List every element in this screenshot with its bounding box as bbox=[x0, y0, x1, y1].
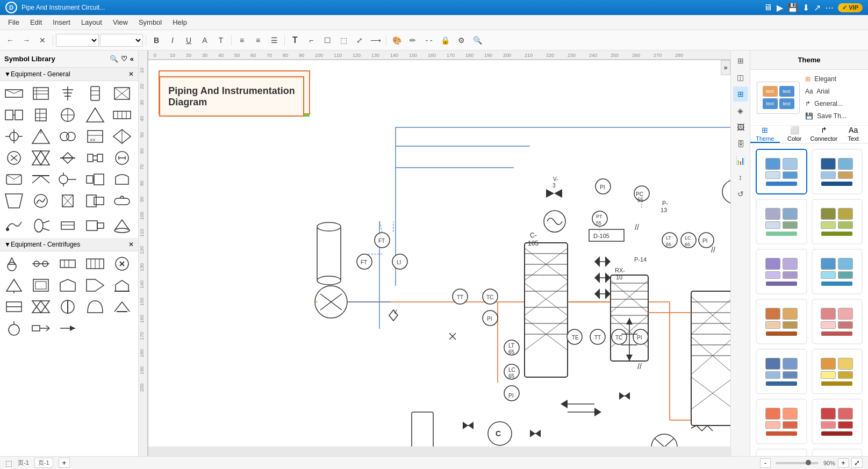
pages-btn[interactable]: ⊞ bbox=[733, 53, 748, 68]
sym-4[interactable] bbox=[83, 83, 107, 104]
sym-c2[interactable] bbox=[29, 254, 53, 274]
sym-15[interactable] bbox=[110, 126, 134, 147]
sym-24[interactable] bbox=[83, 169, 107, 190]
tab-theme[interactable]: ⊞ Theme bbox=[750, 126, 780, 143]
shape-props-btn[interactable]: ⚙ bbox=[454, 33, 469, 48]
redo-btn[interactable]: → bbox=[19, 33, 34, 48]
theme-card-9[interactable] bbox=[756, 349, 807, 394]
text-btn[interactable]: T bbox=[288, 33, 303, 48]
data-btn[interactable]: 🗄 bbox=[733, 136, 748, 151]
image-btn[interactable]: 🖼 bbox=[733, 120, 748, 135]
font-select[interactable] bbox=[56, 34, 99, 47]
media-btn[interactable]: ▶ bbox=[777, 3, 783, 13]
sym-7[interactable] bbox=[29, 105, 53, 125]
sym-27[interactable] bbox=[29, 191, 53, 211]
theme-elegant[interactable]: ⊞ Elegant bbox=[805, 74, 847, 84]
page-nav-btn[interactable]: 页-1 bbox=[34, 458, 53, 468]
history-btn[interactable]: ↺ bbox=[733, 186, 748, 201]
category-toggle-2[interactable]: ▼ bbox=[4, 241, 11, 248]
sym-14[interactable]: XX bbox=[83, 126, 107, 147]
sym-1[interactable] bbox=[2, 83, 26, 104]
zoom-in-btn[interactable]: + bbox=[838, 458, 849, 468]
sym-m4[interactable] bbox=[83, 215, 107, 236]
search-toolbar-btn[interactable]: 🔍 bbox=[470, 33, 485, 48]
menu-view[interactable]: View bbox=[107, 16, 133, 28]
theme-card-11[interactable] bbox=[756, 399, 807, 444]
sym-c4[interactable] bbox=[83, 254, 107, 274]
sym-m1[interactable] bbox=[2, 215, 26, 236]
sym-28[interactable] bbox=[56, 191, 80, 211]
sym-26[interactable] bbox=[2, 191, 26, 211]
sym-c15[interactable] bbox=[110, 297, 134, 317]
sym-m5[interactable] bbox=[110, 215, 134, 236]
tab-color[interactable]: ⬜ Color bbox=[780, 126, 809, 143]
italic-btn[interactable]: I bbox=[165, 33, 180, 48]
theme-card-8[interactable] bbox=[812, 299, 863, 344]
vip-badge[interactable]: ✓ VIP bbox=[838, 3, 863, 12]
font-color-btn[interactable]: A bbox=[197, 33, 212, 48]
sym-21[interactable] bbox=[2, 169, 26, 190]
theme-panel-btn[interactable]: ⊞ bbox=[733, 86, 748, 102]
sym-6[interactable] bbox=[2, 105, 26, 125]
theme-card-7[interactable] bbox=[756, 299, 807, 344]
sym-c3[interactable] bbox=[56, 254, 80, 274]
sym-12[interactable] bbox=[29, 126, 53, 147]
save-cloud-btn[interactable]: 💾 bbox=[787, 3, 798, 13]
sym-10[interactable] bbox=[110, 105, 134, 125]
sym-8[interactable] bbox=[56, 105, 80, 125]
fit-page-btn[interactable]: ⤢ bbox=[851, 458, 863, 468]
sym-c7[interactable] bbox=[29, 275, 53, 295]
sym-c14[interactable] bbox=[83, 297, 107, 317]
theme-card-4[interactable] bbox=[812, 199, 863, 244]
theme-card-5[interactable] bbox=[756, 249, 807, 294]
sym-2[interactable] bbox=[29, 83, 53, 104]
lock-btn[interactable]: 🔒 bbox=[437, 33, 453, 48]
theme-general[interactable]: ↱ General... bbox=[805, 99, 847, 109]
fill-btn[interactable]: 🎨 bbox=[389, 33, 404, 48]
align-left-btn[interactable]: ≡ bbox=[234, 33, 249, 48]
sym-20[interactable] bbox=[110, 148, 134, 168]
theme-card-12[interactable] bbox=[812, 399, 863, 444]
shapes-btn[interactable]: ◈ bbox=[733, 103, 748, 118]
sym-c16[interactable] bbox=[2, 318, 26, 338]
symbol-fav-icon[interactable]: ♡ bbox=[121, 55, 127, 63]
category-close-1[interactable]: ✕ bbox=[128, 70, 134, 78]
layers-btn[interactable]: ◫ bbox=[733, 70, 748, 85]
sym-c17[interactable] bbox=[29, 318, 53, 338]
menu-help[interactable]: Help bbox=[167, 16, 192, 28]
sym-22[interactable] bbox=[29, 169, 53, 190]
zoom-out-btn[interactable]: - bbox=[760, 458, 771, 468]
zoom-handle[interactable] bbox=[806, 460, 811, 465]
menu-edit[interactable]: Edit bbox=[25, 16, 47, 28]
list-btn[interactable]: ☰ bbox=[267, 33, 282, 48]
menu-file[interactable]: File bbox=[3, 16, 25, 28]
menu-insert[interactable]: Insert bbox=[47, 16, 76, 28]
tab-text[interactable]: Aa Text bbox=[838, 126, 868, 143]
bold-btn[interactable]: B bbox=[149, 33, 164, 48]
stroke-btn[interactable]: ✏ bbox=[405, 33, 420, 48]
sym-m3[interactable] bbox=[56, 215, 80, 236]
menu-symbol[interactable]: Symbol bbox=[133, 16, 167, 28]
arrow-btn[interactable]: ⟶ bbox=[368, 33, 383, 48]
tab-connector[interactable]: ↱ Connector bbox=[809, 126, 839, 143]
sym-29[interactable] bbox=[83, 191, 107, 211]
sym-c10[interactable] bbox=[110, 275, 134, 295]
share-btn[interactable]: ↗ bbox=[814, 3, 821, 13]
sym-30[interactable] bbox=[110, 191, 134, 211]
theme-card-1[interactable] bbox=[756, 149, 807, 194]
sym-c13[interactable] bbox=[56, 297, 80, 317]
theme-card-13[interactable] bbox=[756, 449, 807, 456]
size-select[interactable] bbox=[100, 34, 143, 47]
text-bg-btn[interactable]: T bbox=[213, 33, 228, 48]
panel-expand-btn[interactable]: » bbox=[721, 60, 730, 75]
add-page-btn[interactable]: + bbox=[59, 458, 70, 468]
menu-layout[interactable]: Layout bbox=[76, 16, 107, 28]
download-btn[interactable]: ⬇ bbox=[802, 3, 809, 13]
align-center-btn[interactable]: ≡ bbox=[250, 33, 266, 48]
symbol-collapse-icon[interactable]: « bbox=[130, 55, 134, 63]
sym-m2[interactable] bbox=[29, 215, 53, 236]
more-btn[interactable]: ⋯ bbox=[825, 3, 834, 13]
sym-c12[interactable] bbox=[29, 297, 53, 317]
sym-16[interactable] bbox=[2, 148, 26, 168]
sym-23[interactable] bbox=[56, 169, 80, 190]
